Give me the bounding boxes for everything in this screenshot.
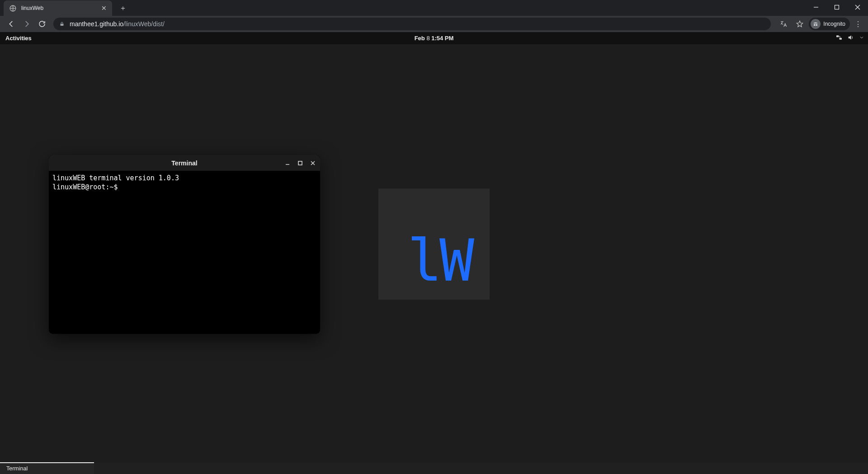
terminal-line-1: linuxWEB terminal version 1.0.3 [52,174,316,183]
window-controls [806,0,868,16]
tab-close-icon[interactable]: ✕ [100,5,108,12]
bottom-taskbar: Terminal [0,463,868,474]
browser-tab-active[interactable]: linuxWeb ✕ [4,0,112,16]
bookmark-star-icon[interactable] [793,17,807,31]
volume-icon[interactable] [847,34,854,42]
gnome-topbar: Activities Feb 8 1:54 PM [0,32,868,44]
incognito-label: Incognito [823,21,845,27]
taskbar-item-terminal[interactable]: Terminal [0,463,94,474]
translate-icon[interactable] [776,17,791,31]
nav-back-button[interactable] [4,17,19,31]
browser-menu-button[interactable]: ⋮ [852,17,864,31]
terminal-maximize-button[interactable] [296,159,305,168]
new-tab-button[interactable]: ＋ [117,2,129,14]
chevron-down-icon[interactable] [859,35,864,42]
svg-rect-5 [61,24,64,26]
terminal-titlebar[interactable]: Terminal [49,155,320,171]
svg-rect-9 [836,35,839,37]
desktop-wallpaper-logo: lW [378,188,490,300]
activities-button[interactable]: Activities [0,35,37,42]
window-minimize-button[interactable] [806,0,826,14]
page-viewport: Activities Feb 8 1:54 PM lW Termin [0,32,868,474]
svg-rect-12 [298,161,302,165]
terminal-window[interactable]: Terminal linuxWEB terminal version 1.0.3… [49,155,320,334]
nav-forward-button[interactable] [19,17,34,31]
globe-icon [9,5,17,12]
topbar-clock[interactable]: Feb 8 1:54 PM [415,35,454,42]
svg-point-7 [814,24,816,26]
browser-toolbar: manthee1.github.io/linuxWeb/dist/ Incogn… [0,16,868,32]
incognito-icon [811,19,821,29]
terminal-prompt: linuxWEB@root:~$ [52,183,118,192]
nav-reload-button[interactable] [34,17,50,31]
terminal-title: Terminal [171,160,197,167]
svg-rect-2 [835,5,839,9]
window-maximize-button[interactable] [826,0,847,14]
terminal-body[interactable]: linuxWEB terminal version 1.0.3linuxWEB@… [49,171,320,334]
svg-marker-6 [797,21,803,27]
network-icon[interactable] [835,34,843,42]
incognito-chip[interactable]: Incognito [809,18,850,30]
svg-point-8 [816,24,818,26]
window-close-button[interactable] [847,0,868,14]
topbar-tray[interactable] [835,34,864,42]
terminal-minimize-button[interactable] [283,159,292,168]
browser-tab-strip: linuxWeb ✕ ＋ [0,0,868,16]
url-text: manthee1.github.io/linuxWeb/dist/ [70,20,165,28]
taskbar-item-label: Terminal [6,465,28,472]
address-bar[interactable]: manthee1.github.io/linuxWeb/dist/ [53,18,771,30]
logo-text: lW [407,232,472,290]
lock-icon [59,21,65,27]
tab-title: linuxWeb [21,5,100,11]
terminal-close-button[interactable] [308,159,317,168]
